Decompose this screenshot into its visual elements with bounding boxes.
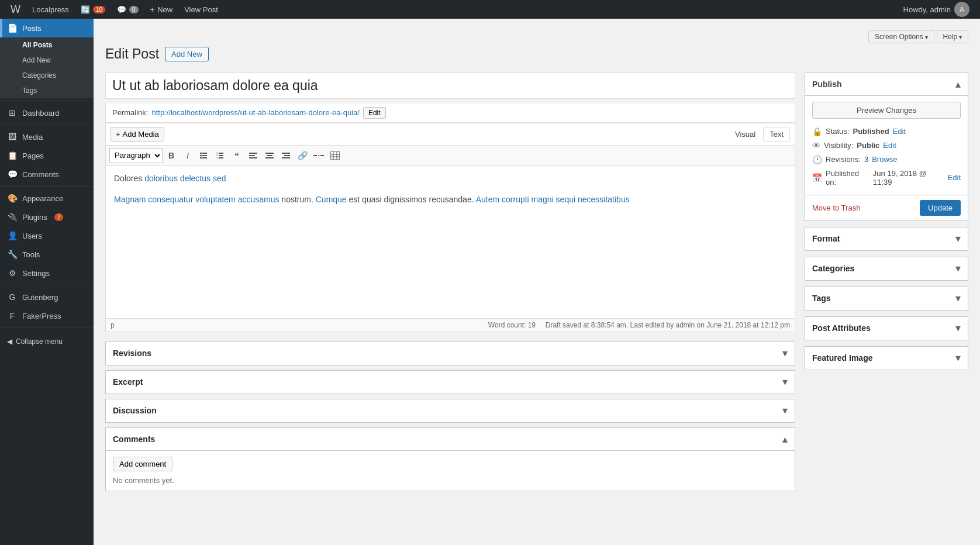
sidebar-item-comments[interactable]: 💬 Comments bbox=[0, 165, 94, 184]
visibility-icon: 👁 bbox=[812, 141, 820, 150]
post-attributes-header[interactable]: Post Attributes ▾ bbox=[805, 317, 968, 340]
update-button[interactable]: Update bbox=[920, 200, 961, 216]
sidebar-item-dashboard[interactable]: ⊞ Dashboard bbox=[0, 104, 94, 122]
view-post-item[interactable]: View Post bbox=[178, 0, 224, 19]
featured-image-header[interactable]: Featured Image ▾ bbox=[805, 347, 968, 370]
submenu-add-new[interactable]: Add New bbox=[0, 53, 94, 68]
plus-icon: + bbox=[150, 5, 155, 14]
content-link-1[interactable]: doloribus delectus sed bbox=[144, 174, 226, 183]
featured-image-metabox: Featured Image ▾ bbox=[805, 346, 968, 370]
submenu-all-posts[interactable]: All Posts bbox=[0, 37, 94, 53]
comments-item[interactable]: 💬 0 bbox=[111, 0, 144, 19]
revisions-count: 3 bbox=[864, 155, 868, 164]
status-label: Status: bbox=[826, 127, 849, 136]
table-button[interactable] bbox=[327, 148, 343, 163]
update-icon: 🔄 bbox=[81, 5, 90, 14]
svg-rect-18 bbox=[282, 153, 290, 154]
tab-visual[interactable]: Visual bbox=[729, 127, 762, 142]
posts-submenu: All Posts Add New Categories Tags bbox=[0, 37, 94, 98]
link-button[interactable]: 🔗 bbox=[295, 148, 310, 163]
updates-item[interactable]: 🔄 10 bbox=[75, 0, 111, 19]
wp-logo-item[interactable]: W bbox=[5, 0, 26, 19]
status-icon: 🔒 bbox=[812, 127, 822, 136]
content-link-3[interactable]: Autem corrupti magni sequi necessitatibu… bbox=[476, 195, 630, 204]
discussion-header[interactable]: Discussion ▾ bbox=[106, 399, 795, 422]
howdy-item[interactable]: Howdy, admin A bbox=[898, 0, 975, 19]
svg-rect-7 bbox=[219, 155, 223, 156]
status-value: Published bbox=[853, 127, 889, 136]
align-left-button[interactable] bbox=[246, 148, 261, 163]
bold-button[interactable]: B bbox=[164, 148, 179, 163]
italic-button[interactable]: I bbox=[180, 148, 195, 163]
status-edit-link[interactable]: Edit bbox=[893, 127, 906, 136]
blockquote-button[interactable]: ❝ bbox=[229, 148, 244, 163]
add-new-button[interactable]: Add New bbox=[165, 47, 209, 61]
posts-icon: 📄 bbox=[7, 23, 18, 33]
svg-rect-20 bbox=[282, 157, 290, 158]
publish-toggle-icon[interactable]: ▴ bbox=[955, 78, 961, 91]
screen-options-button[interactable]: Screen Options bbox=[868, 30, 934, 43]
tab-text[interactable]: Text bbox=[763, 127, 790, 142]
publish-body: Preview Changes 🔒 Status: Published Edit… bbox=[805, 96, 968, 195]
editor-content[interactable]: Dolores doloribus delectus sed Magnam co… bbox=[106, 166, 795, 318]
sidebar-item-fakerpress[interactable]: F FakerPress bbox=[0, 306, 94, 325]
comments-header[interactable]: Comments ▴ bbox=[106, 428, 795, 451]
sidebar-item-media[interactable]: 🖼 Media bbox=[0, 127, 94, 146]
fakerpress-icon: F bbox=[7, 311, 18, 320]
content-paragraph-2: Magnam consequatur voluptatem accusamus … bbox=[114, 193, 786, 207]
visibility-edit-link[interactable]: Edit bbox=[883, 141, 896, 150]
categories-header[interactable]: Categories ▾ bbox=[805, 257, 968, 280]
help-button[interactable]: Help bbox=[937, 30, 968, 43]
media-icon: 🖼 bbox=[7, 132, 18, 142]
site-name-item[interactable]: Localpress bbox=[26, 0, 75, 19]
submenu-tags[interactable]: Tags bbox=[0, 83, 94, 98]
svg-rect-12 bbox=[249, 153, 257, 154]
svg-text:3: 3 bbox=[216, 156, 218, 159]
sidebar-item-appearance[interactable]: 🎨 Appearance bbox=[0, 189, 94, 208]
more-button[interactable] bbox=[311, 148, 326, 163]
admin-bar: W Localpress 🔄 10 💬 0 + New View Post Ho… bbox=[0, 0, 980, 19]
revisions-browse-link[interactable]: Browse bbox=[872, 155, 897, 164]
collapse-menu-button[interactable]: ◀ Collapse menu bbox=[0, 333, 94, 350]
permalink-edit-button[interactable]: Edit bbox=[363, 107, 386, 119]
sidebar-item-posts[interactable]: 📄 Posts bbox=[0, 19, 94, 37]
add-media-label: Add Media bbox=[123, 130, 159, 139]
sidebar-item-users[interactable]: 👤 Users bbox=[0, 226, 94, 245]
add-comment-button[interactable]: Add comment bbox=[113, 457, 172, 471]
revisions-header[interactable]: Revisions ▾ bbox=[106, 342, 795, 365]
align-right-button[interactable] bbox=[278, 148, 294, 163]
sidebar-media-label: Media bbox=[22, 133, 43, 142]
content-link-2[interactable]: Magnam consequatur voluptatem accusamus bbox=[114, 195, 279, 204]
unordered-list-button[interactable] bbox=[196, 148, 212, 163]
sidebar-item-settings[interactable]: ⚙ Settings bbox=[0, 264, 94, 282]
submenu-categories[interactable]: Categories bbox=[0, 68, 94, 83]
ordered-list-button[interactable]: 123 bbox=[213, 148, 228, 163]
users-icon: 👤 bbox=[7, 231, 18, 240]
post-title-input[interactable] bbox=[105, 73, 795, 99]
move-to-trash-link[interactable]: Move to Trash bbox=[812, 203, 860, 212]
sidebar-item-pages[interactable]: 📋 Pages bbox=[0, 146, 94, 165]
sidebar-item-plugins[interactable]: 🔌 Plugins 7 bbox=[0, 208, 94, 226]
discussion-toggle-icon: ▾ bbox=[782, 404, 788, 417]
editor-status-bar: Word count: 19 Draft saved at 8:38:54 am… bbox=[488, 321, 790, 329]
content-link-cumque[interactable]: Cumque bbox=[316, 195, 347, 204]
sidebar-posts-label: Posts bbox=[22, 24, 42, 33]
published-edit-link[interactable]: Edit bbox=[948, 173, 961, 182]
sidebar-item-gutenberg[interactable]: G Gutenberg bbox=[0, 288, 94, 306]
add-media-icon: + bbox=[116, 130, 120, 139]
tools-icon: 🔧 bbox=[7, 250, 18, 259]
content-paragraph-1: Dolores doloribus delectus sed bbox=[114, 172, 786, 186]
preview-changes-button[interactable]: Preview Changes bbox=[812, 102, 961, 119]
align-center-button[interactable] bbox=[262, 148, 277, 163]
new-content-item[interactable]: + New bbox=[144, 0, 179, 19]
post-body: Permalink: http://localhost/wordpress/ut… bbox=[105, 73, 968, 496]
excerpt-header[interactable]: Excerpt ▾ bbox=[106, 371, 795, 394]
format-header[interactable]: Format ▾ bbox=[805, 227, 968, 250]
svg-rect-23 bbox=[320, 155, 324, 156]
sidebar-item-tools[interactable]: 🔧 Tools bbox=[0, 245, 94, 264]
tags-header[interactable]: Tags ▾ bbox=[805, 287, 968, 310]
add-media-button[interactable]: + Add Media bbox=[111, 127, 164, 142]
paragraph-select[interactable]: Paragraph bbox=[109, 148, 163, 163]
discussion-metabox: Discussion ▾ bbox=[105, 399, 795, 423]
permalink-url[interactable]: http://localhost/wordpress/ut-ut-ab-labo… bbox=[151, 108, 360, 117]
